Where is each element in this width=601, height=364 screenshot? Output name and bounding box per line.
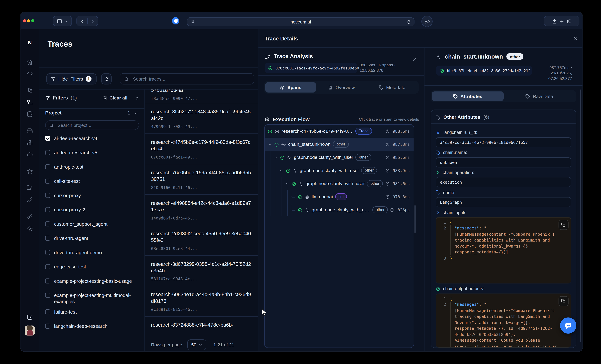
sort-icon[interactable] bbox=[135, 95, 139, 101]
boxes-icon[interactable] bbox=[27, 139, 33, 146]
project-filter-item[interactable]: langchain-deep-research bbox=[45, 323, 139, 333]
checkbox-unchecked[interactable] bbox=[45, 207, 50, 212]
chat-launcher-button[interactable] bbox=[560, 317, 576, 334]
window-zoom-button[interactable] bbox=[31, 19, 34, 22]
star-icon[interactable] bbox=[27, 167, 33, 174]
tab-attributes[interactable]: Attributes bbox=[432, 92, 503, 101]
execution-flow-row[interactable]: research-c4745b6e-c179-44f9-83da…Trace98… bbox=[265, 125, 414, 138]
trace-list-row[interactable]: research-ef498884-e42c-44c3-afa6-e1d89a7… bbox=[145, 195, 258, 225]
forward-button[interactable] bbox=[90, 18, 95, 25]
panel-expand-icon[interactable] bbox=[27, 314, 32, 321]
git-branch-icon[interactable] bbox=[27, 196, 33, 203]
checkbox-unchecked[interactable] bbox=[45, 324, 50, 329]
home-icon[interactable] bbox=[27, 58, 33, 65]
workflow-icon[interactable] bbox=[27, 99, 33, 106]
settings-icon[interactable] bbox=[27, 225, 33, 232]
execution-flow-row[interactable]: chain_start.unknownother987.8ms bbox=[265, 138, 414, 151]
trace-list-row[interactable]: research-3fcb2172-1848-4a85-9caf-c9b4e45… bbox=[145, 103, 258, 134]
chevron-down-icon[interactable] bbox=[268, 142, 272, 147]
search-project-input[interactable] bbox=[57, 122, 135, 128]
close-drawer-icon[interactable] bbox=[573, 35, 578, 42]
span-id-chip[interactable]: bbc9c67b-4da4-4d82-8b36-279daf42e212 bbox=[436, 66, 532, 76]
cloud-icon[interactable] bbox=[27, 150, 33, 157]
chevron-down-icon[interactable] bbox=[285, 181, 289, 186]
checkbox-checked[interactable] bbox=[45, 136, 50, 141]
checkbox-unchecked[interactable] bbox=[45, 278, 50, 284]
checkbox-unchecked[interactable] bbox=[45, 264, 50, 269]
new-tab-icon[interactable] bbox=[559, 18, 564, 25]
close-analysis-icon[interactable] bbox=[412, 56, 417, 63]
window-minimize-button[interactable] bbox=[27, 19, 30, 22]
trace-list-row[interactable]: research-83724888-e7f4-478e-ba6b- bbox=[145, 317, 258, 330]
chevron-down-icon[interactable] bbox=[279, 168, 283, 173]
trace-list-row[interactable]: research-60834e1d-a44c-4a9b-84b1-c936d9d… bbox=[145, 286, 258, 317]
project-filter-item[interactable]: ai-deep-research-v5 bbox=[45, 150, 139, 160]
project-filter-item[interactable]: edge-case-test bbox=[45, 264, 139, 274]
trace-list-row[interactable]: research-3d678299-0358-4c1c-a2f4-70f52d2… bbox=[145, 256, 258, 286]
checkbox-unchecked[interactable] bbox=[45, 293, 50, 298]
drawer-scrollbar[interactable] bbox=[580, 89, 581, 342]
execution-flow-row[interactable]: llm.openaillm978.8ms bbox=[265, 190, 414, 203]
code-icon[interactable] bbox=[27, 70, 33, 77]
code-block[interactable]: 1{2"messages": "[HumanMessage(content=\"… bbox=[436, 217, 571, 283]
hard-drive-icon[interactable] bbox=[27, 127, 33, 134]
refresh-button[interactable] bbox=[101, 73, 112, 85]
project-filter-item[interactable]: drive-thru-agent-demo bbox=[45, 249, 139, 259]
trace-id-chip[interactable]: 076cc801-fac1-49fc-ac9c-4592fe139e50 bbox=[265, 63, 357, 73]
project-filter-item[interactable]: example-project-testing-basic-usage bbox=[45, 278, 139, 288]
clear-all-button[interactable]: Clear all bbox=[103, 95, 128, 100]
project-filter-item[interactable]: anthropic-test bbox=[45, 164, 139, 174]
trace-list-row[interactable]: 57b01d7684aff8ad36cc-9090-47... bbox=[145, 89, 258, 103]
checkbox-unchecked[interactable] bbox=[45, 309, 50, 315]
execution-flow-row[interactable]: graph.node.clarify_with_userother826µs bbox=[265, 203, 414, 216]
database-icon[interactable] bbox=[27, 110, 33, 117]
window-close-button[interactable] bbox=[23, 19, 26, 22]
execution-flow-row[interactable]: graph.node.clarify_with_userother983.9ms bbox=[265, 164, 414, 177]
reload-icon[interactable] bbox=[406, 19, 411, 24]
project-filter-item[interactable]: failure-test bbox=[45, 309, 139, 319]
analysis-scrollbar[interactable] bbox=[414, 205, 416, 233]
attribute-value[interactable]: execution bbox=[436, 177, 571, 187]
tab-metadata[interactable]: Metadata bbox=[367, 82, 418, 93]
checkbox-unchecked[interactable] bbox=[45, 150, 50, 155]
project-filter-item[interactable]: call-site-test bbox=[45, 178, 139, 188]
content-blocker-icon[interactable] bbox=[171, 17, 180, 25]
folder-key-icon[interactable] bbox=[27, 184, 33, 191]
hide-filters-button[interactable]: Hide Filters 1 bbox=[46, 73, 97, 85]
chevron-down-icon[interactable] bbox=[273, 155, 278, 160]
tab-raw-data[interactable]: Raw Data bbox=[503, 92, 575, 101]
project-filter-item[interactable]: example-project-testing-multimodal-examp… bbox=[45, 292, 139, 305]
project-filter-item[interactable]: drive-thru-agent bbox=[45, 235, 139, 245]
sidebar-toggle-button[interactable] bbox=[53, 16, 72, 26]
reader-icon[interactable] bbox=[190, 19, 195, 24]
checkbox-unchecked[interactable] bbox=[45, 250, 50, 255]
user-avatar[interactable] bbox=[25, 326, 35, 335]
checkbox-unchecked[interactable] bbox=[45, 193, 50, 198]
trace-list-row[interactable]: research-c4745b6e-c179-44f9-83da-8f3c67c… bbox=[145, 134, 258, 164]
copy-button[interactable] bbox=[559, 220, 569, 230]
noveum-logo[interactable]: N bbox=[20, 39, 39, 46]
checkbox-unchecked[interactable] bbox=[45, 179, 50, 184]
search-traces-input[interactable] bbox=[132, 76, 250, 82]
rows-per-page-select[interactable]: 50 bbox=[187, 339, 206, 350]
attribute-value[interactable]: 34c597cd-3c33-4b73-990b-181d06671b57 bbox=[436, 137, 571, 147]
back-button[interactable] bbox=[80, 18, 85, 25]
attribute-value[interactable]: unknown bbox=[436, 157, 571, 167]
tabs-overview-icon[interactable] bbox=[566, 18, 571, 25]
url-bar[interactable]: noveum.ai bbox=[187, 17, 414, 26]
trace-list-row[interactable]: research-2d2f30f2-ceec-4550-9ee9-3e5a040… bbox=[145, 225, 258, 256]
tab-overview[interactable]: Overview bbox=[316, 82, 367, 93]
share-icon[interactable] bbox=[552, 18, 557, 25]
project-filter-item[interactable]: customer_support_agent bbox=[45, 221, 139, 231]
attribute-value[interactable]: LangGraph bbox=[436, 197, 571, 207]
list-tree-icon[interactable] bbox=[27, 86, 33, 94]
key-icon[interactable] bbox=[27, 213, 33, 220]
project-filter-item[interactable]: ai-deep-research-v4 bbox=[45, 135, 139, 145]
checkbox-unchecked[interactable] bbox=[45, 164, 50, 169]
code-block[interactable]: 1{2"messages": "[HumanMessage(content=\"… bbox=[436, 293, 571, 347]
project-filter-item[interactable]: cursor-proxy-2 bbox=[45, 207, 139, 217]
tab-spans[interactable]: Spans bbox=[265, 82, 316, 93]
trace-list-row[interactable]: research-76c05bde-159a-4f4f-851c-adb6955… bbox=[145, 164, 258, 195]
chevron-up-icon[interactable] bbox=[134, 110, 138, 116]
browser-settings-button[interactable] bbox=[421, 16, 433, 27]
